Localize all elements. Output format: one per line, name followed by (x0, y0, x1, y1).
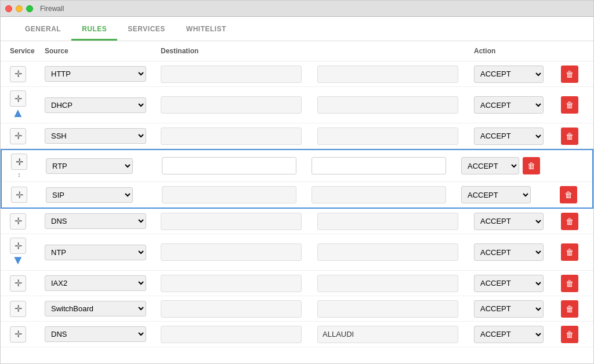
drag-handle-7[interactable]: ✛ (10, 238, 26, 254)
source-input-2[interactable] (161, 96, 302, 114)
cell-delete-10: 🗑 (555, 326, 584, 343)
delete-btn-10[interactable]: 🗑 (561, 326, 578, 343)
service-select-3[interactable]: SSHHTTPDHCPRTPSIPDNSNTPIAX2SwitchBoard (45, 128, 146, 144)
source-input-3[interactable] (161, 128, 302, 145)
cell-source-input-6 (161, 213, 317, 230)
service-select-6[interactable]: DNSHTTPDHCPSSHRTPSIPNTPIAX2SwitchBoard (45, 213, 146, 229)
cell-service-2: ✛ ▲ (10, 90, 45, 119)
service-select-2[interactable]: DHCPHTTPSSHRTPSIPDNSNTPIAX2SwitchBoard (45, 97, 146, 113)
maximize-btn[interactable] (26, 5, 33, 12)
table-row-highlighted-rtp: ✛ ↕ RTPHTTPDHCPSSHSIPDNSNTPIAX2SwitchBoa… (2, 150, 592, 182)
service-select-4[interactable]: RTPHTTPDHCPSSHSIPDNSNTPIAX2SwitchBoard (46, 158, 133, 174)
cell-dest-input-7 (317, 243, 474, 261)
dest-input-1[interactable] (317, 65, 458, 83)
drag-handle-10[interactable]: ✛ (10, 326, 26, 343)
source-input-9[interactable] (161, 300, 302, 318)
action-select-5[interactable]: ACCEPTDROPREJECT (461, 186, 531, 203)
action-select-2[interactable]: ACCEPTDROPREJECT (474, 96, 544, 114)
cell-source-3: SSHHTTPDHCPRTPSIPDNSNTPIAX2SwitchBoard (45, 128, 161, 144)
tab-rules[interactable]: RULES (71, 17, 117, 41)
drag-handle-9[interactable]: ✛ (10, 301, 26, 317)
delete-btn-3[interactable]: 🗑 (561, 128, 578, 145)
delete-btn-6[interactable]: 🗑 (561, 213, 578, 230)
source-input-6[interactable] (161, 213, 302, 230)
action-select-1[interactable]: ACCEPTDROPREJECT (474, 65, 544, 83)
action-select-9[interactable]: ACCEPTDROPREJECT (474, 300, 544, 318)
action-select-4[interactable]: ACCEPTDROPREJECT (461, 157, 519, 174)
source-input-8[interactable] (161, 275, 302, 292)
cell-action-1: ACCEPTDROPREJECT (474, 65, 555, 83)
action-select-3[interactable]: ACCEPTDROPREJECT (474, 128, 544, 145)
delete-btn-1[interactable]: 🗑 (561, 65, 578, 83)
cell-delete-3: 🗑 (555, 128, 584, 145)
action-select-8[interactable]: ACCEPTDROPREJECT (474, 275, 544, 292)
cell-service-6: ✛ (10, 213, 45, 230)
table-row: ✛ SwitchBoardHTTPDHCPSSHRTPSIPDNSNTPIAX2… (1, 296, 593, 322)
dest-input-3[interactable] (317, 128, 458, 145)
tab-general[interactable]: GENERAL (15, 17, 71, 41)
delete-btn-7[interactable]: 🗑 (561, 243, 578, 261)
drag-handle-1[interactable]: ✛ (10, 66, 26, 82)
col-action-empty (317, 47, 474, 55)
table-row: ✛ ▲ DHCPHTTPSSHRTPSIPDNSNTPIAX2SwitchBoa… (1, 87, 593, 123)
cell-action-3: ACCEPTDROPREJECT (474, 128, 555, 145)
service-select-1[interactable]: HTTPDHCPSSHRTPSIPDNSNTPIAX2SwitchBoard (45, 66, 146, 82)
delete-btn-4-inline[interactable]: 🗑 (523, 157, 540, 174)
cell-source-1: HTTPDHCPSSHRTPSIPDNSNTPIAX2SwitchBoard (45, 66, 161, 82)
action-select-7[interactable]: ACCEPTDROPREJECT (474, 243, 544, 261)
cell-delete-2: 🗑 (555, 96, 584, 114)
dest-input-8[interactable] (317, 275, 458, 292)
dest-input-6[interactable] (317, 213, 458, 230)
minimize-btn[interactable] (16, 5, 23, 12)
service-select-5[interactable]: SIPHTTPDHCPSSHRTPDNSNTPIAX2SwitchBoard (46, 187, 133, 203)
delete-btn-8[interactable]: 🗑 (561, 275, 578, 292)
tab-services[interactable]: SERVICES (117, 17, 175, 41)
delete-btn-2[interactable]: 🗑 (561, 96, 578, 114)
source-input-1[interactable] (161, 65, 302, 83)
col-delete-empty (555, 47, 584, 55)
dest-input-7[interactable] (317, 243, 458, 261)
col-service: Service (10, 47, 45, 55)
service-select-9[interactable]: SwitchBoardHTTPDHCPSSHRTPSIPDNSNTPIAX2 (45, 301, 146, 316)
service-select-7[interactable]: NTPHTTPDHCPSSHRTPSIPDNSIAX2SwitchBoard (45, 245, 146, 260)
cell-dest-input-4 (312, 157, 461, 174)
table-row-highlighted-sip: ✛ SIPHTTPDHCPSSHRTPDNSNTPIAX2SwitchBoard… (2, 182, 592, 208)
dest-input-4[interactable] (312, 157, 446, 174)
action-select-10[interactable]: ACCEPTDROPREJECT (474, 326, 544, 343)
source-input-7[interactable] (161, 243, 302, 261)
cell-service-9: ✛ (10, 301, 45, 317)
drag-handle-5[interactable]: ✛ (11, 187, 27, 203)
service-select-8[interactable]: IAX2HTTPDHCPSSHRTPSIPDNSNTPSwitchBoard (45, 275, 146, 291)
cell-source-input-9 (161, 300, 317, 318)
drag-handle-2[interactable]: ✛ (10, 90, 26, 107)
tab-bar: GENERAL RULES SERVICES WHITELIST (1, 17, 593, 41)
delete-btn-5[interactable]: 🗑 (560, 186, 577, 203)
highlighted-group: ✛ ↕ RTPHTTPDHCPSSHSIPDNSNTPIAX2SwitchBoa… (1, 149, 593, 209)
drag-handle-8[interactable]: ✛ (10, 275, 26, 292)
action-select-6[interactable]: ACCEPTDROPREJECT (474, 213, 544, 230)
dest-input-10[interactable] (317, 326, 458, 343)
table-row: ✛ IAX2HTTPDHCPSSHRTPSIPDNSNTPSwitchBoard… (1, 271, 593, 296)
cell-source-input-4 (162, 157, 312, 174)
drag-handle-3[interactable]: ✛ (10, 128, 26, 144)
tab-whitelist[interactable]: WHITELIST (176, 17, 237, 41)
drag-handle-6[interactable]: ✛ (10, 213, 26, 230)
arrow-down-icon: ▼ (12, 254, 24, 267)
close-btn[interactable] (5, 5, 12, 12)
cell-source-input-3 (161, 128, 317, 145)
source-input-5[interactable] (162, 186, 296, 203)
service-select-10[interactable]: DNSHTTPDHCPSSHRTPSIPNTPIAX2SwitchBoard (45, 326, 146, 342)
cell-action-8: ACCEPTDROPREJECT (474, 275, 555, 292)
delete-btn-9[interactable]: 🗑 (561, 300, 578, 318)
cell-dest-input-1 (317, 65, 474, 83)
source-input-10[interactable] (161, 326, 302, 343)
cell-dest-input-9 (317, 300, 474, 318)
app-window: Firewall GENERAL RULES SERVICES WHITELIS… (0, 0, 594, 364)
dest-input-2[interactable] (317, 96, 458, 114)
dest-input-9[interactable] (317, 300, 458, 318)
col-destination: Destination (161, 47, 317, 55)
dest-input-5[interactable] (312, 186, 446, 203)
source-input-4[interactable] (162, 157, 296, 174)
drag-handle-4[interactable]: ✛ (11, 154, 27, 170)
cell-service-5: ✛ (11, 187, 46, 203)
